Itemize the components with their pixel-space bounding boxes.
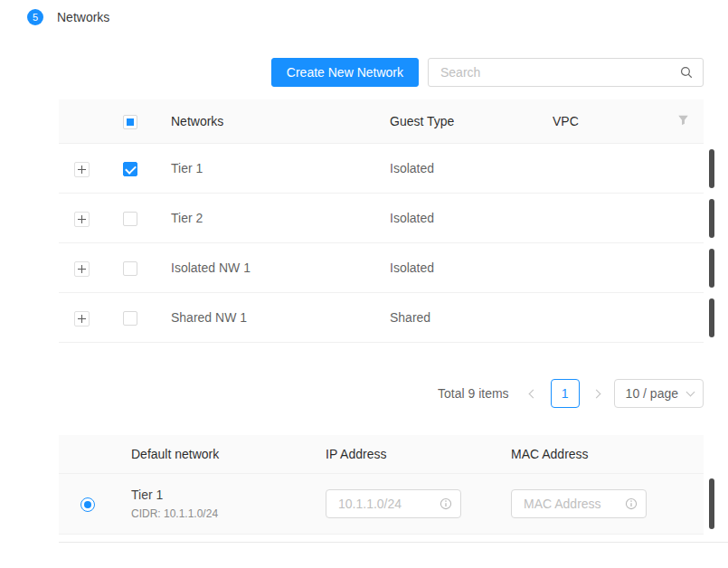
select-all-checkbox[interactable] [123, 115, 137, 129]
col-networks: Networks [156, 99, 375, 144]
chevron-right-icon [592, 389, 601, 398]
scrollbar-thumb[interactable] [709, 199, 714, 238]
page-size-value: 10 / page [626, 386, 678, 401]
search-box[interactable] [428, 58, 704, 87]
info-icon [625, 497, 638, 510]
expand-row-icon[interactable] [74, 162, 90, 177]
vpc-cell [538, 144, 663, 194]
step-header: 5 Networks [27, 9, 109, 25]
default-network-radio[interactable] [80, 497, 95, 512]
create-new-network-button[interactable]: Create New Network [271, 58, 419, 87]
scrollbar-thumb[interactable] [709, 478, 714, 529]
network-name: Tier 1 [156, 144, 375, 194]
toolbar: Create New Network [59, 58, 704, 87]
default-network-header-row: Default network IP Address MAC Address [59, 435, 704, 474]
mac-address-input[interactable] [522, 496, 619, 512]
expand-row-icon[interactable] [74, 261, 90, 277]
col-ip-address: IP Address [311, 435, 496, 474]
ip-address-input[interactable] [336, 496, 434, 512]
col-mac-address: MAC Address [496, 435, 704, 474]
step-number-badge: 5 [27, 9, 43, 25]
row-checkbox[interactable] [123, 311, 137, 326]
scrollbar-thumb[interactable] [709, 149, 714, 188]
row-checkbox[interactable] [123, 212, 137, 226]
table-row: Tier 1 Isolated [59, 144, 704, 194]
search-input[interactable] [439, 64, 673, 80]
pagination-total: Total 9 items [438, 386, 509, 401]
col-guest-type: Guest Type [375, 99, 538, 144]
networks-table: Networks Guest Type VPC [59, 99, 704, 343]
col-default-network: Default network [117, 435, 311, 474]
table-row: Isolated NW 1 Isolated [59, 243, 704, 293]
row-checkbox[interactable] [123, 261, 137, 276]
table-row: Tier 1 CIDR: 10.1.1.0/24 [59, 474, 704, 535]
network-name: Shared NW 1 [156, 293, 375, 343]
network-name: Tier 2 [156, 194, 375, 243]
default-network-name: Tier 1 [131, 486, 297, 504]
scrollbar-thumb[interactable] [709, 298, 714, 337]
chevron-left-icon [529, 389, 538, 398]
vpc-cell [538, 194, 663, 243]
search-icon[interactable] [680, 66, 693, 79]
table-row: Tier 2 Isolated [59, 194, 704, 243]
ip-address-input-wrap[interactable] [326, 489, 461, 518]
page-size-select[interactable]: 10 / page [614, 379, 704, 408]
prev-page-button[interactable] [524, 379, 544, 408]
bottom-divider [59, 542, 728, 543]
vpc-cell [538, 293, 663, 343]
expand-row-icon[interactable] [74, 311, 90, 327]
table-row: Shared NW 1 Shared [59, 293, 704, 343]
default-network-cidr: CIDR: 10.1.1.0/24 [131, 506, 297, 522]
chevron-down-icon [686, 387, 695, 396]
scrollbar-thumb[interactable] [709, 249, 714, 288]
page-title: Networks [57, 10, 109, 24]
default-network-table: Default network IP Address MAC Address T… [59, 435, 704, 535]
vpc-cell [538, 243, 663, 293]
step-content: Create New Network [59, 58, 704, 543]
networks-table-header-row: Networks Guest Type VPC [59, 99, 704, 144]
guest-type: Isolated [375, 194, 538, 243]
page-1-button[interactable]: 1 [551, 379, 580, 408]
pagination: Total 9 items 1 10 / page [59, 379, 704, 408]
col-vpc: VPC [538, 99, 663, 144]
guest-type: Shared [375, 293, 538, 343]
info-icon [440, 497, 452, 510]
next-page-button[interactable] [587, 379, 607, 408]
network-name: Isolated NW 1 [156, 243, 375, 293]
filter-icon[interactable] [677, 114, 689, 126]
guest-type: Isolated [375, 243, 538, 293]
row-checkbox[interactable] [123, 162, 137, 176]
mac-address-input-wrap[interactable] [511, 489, 647, 518]
expand-row-icon[interactable] [74, 212, 90, 227]
guest-type: Isolated [375, 144, 538, 194]
